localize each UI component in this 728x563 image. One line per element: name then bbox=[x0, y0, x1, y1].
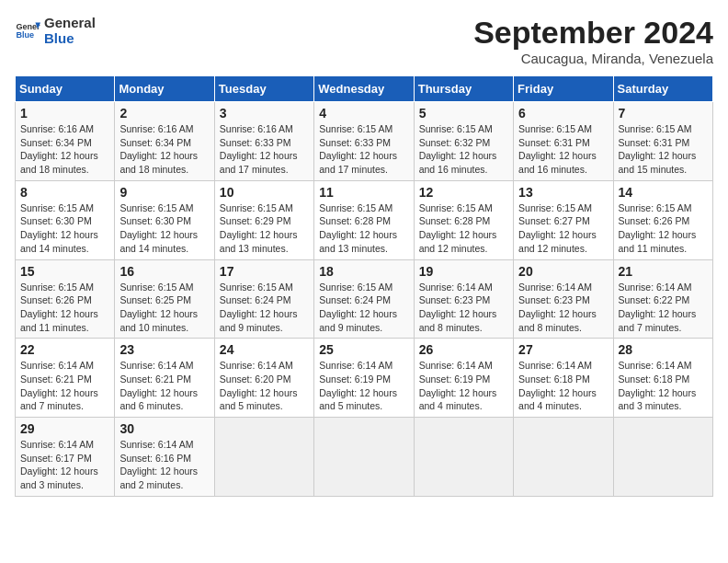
day-info: Sunrise: 6:15 AM Sunset: 6:25 PM Dayligh… bbox=[119, 281, 209, 335]
day-number: 1 bbox=[20, 106, 109, 121]
calendar-week-1: 1Sunrise: 6:16 AM Sunset: 6:34 PM Daylig… bbox=[16, 102, 713, 181]
header-monday: Monday bbox=[115, 76, 214, 102]
calendar-cell: 17Sunrise: 6:15 AM Sunset: 6:24 PM Dayli… bbox=[214, 259, 313, 339]
day-info: Sunrise: 6:14 AM Sunset: 6:19 PM Dayligh… bbox=[419, 359, 508, 413]
day-number: 25 bbox=[319, 342, 408, 357]
calendar-cell: 3Sunrise: 6:16 AM Sunset: 6:33 PM Daylig… bbox=[214, 102, 313, 181]
calendar-cell: 1Sunrise: 6:16 AM Sunset: 6:34 PM Daylig… bbox=[16, 102, 115, 181]
day-number: 23 bbox=[119, 342, 209, 357]
day-info: Sunrise: 6:15 AM Sunset: 6:24 PM Dayligh… bbox=[220, 281, 309, 335]
calendar-cell: 7Sunrise: 6:15 AM Sunset: 6:31 PM Daylig… bbox=[613, 102, 712, 181]
day-info: Sunrise: 6:14 AM Sunset: 6:23 PM Dayligh… bbox=[518, 281, 608, 335]
day-number: 10 bbox=[220, 185, 309, 200]
calendar-cell: 29Sunrise: 6:14 AM Sunset: 6:17 PM Dayli… bbox=[16, 418, 115, 497]
calendar-cell: 16Sunrise: 6:15 AM Sunset: 6:25 PM Dayli… bbox=[115, 259, 214, 339]
day-info: Sunrise: 6:15 AM Sunset: 6:33 PM Dayligh… bbox=[319, 122, 408, 177]
day-info: Sunrise: 6:15 AM Sunset: 6:27 PM Dayligh… bbox=[518, 201, 608, 256]
day-number: 13 bbox=[518, 185, 608, 200]
general-blue-logo-icon: General Blue bbox=[15, 17, 40, 43]
day-number: 9 bbox=[119, 185, 209, 200]
day-info: Sunrise: 6:15 AM Sunset: 6:29 PM Dayligh… bbox=[220, 201, 309, 256]
header-sunday: Sunday bbox=[16, 76, 115, 102]
day-number: 5 bbox=[419, 106, 508, 121]
logo-blue: Blue bbox=[44, 30, 96, 46]
svg-text:Blue: Blue bbox=[16, 30, 34, 40]
day-info: Sunrise: 6:15 AM Sunset: 6:30 PM Dayligh… bbox=[119, 201, 209, 256]
calendar-cell bbox=[514, 418, 613, 497]
header-saturday: Saturday bbox=[613, 76, 712, 102]
logo-general: General bbox=[44, 15, 96, 30]
day-info: Sunrise: 6:15 AM Sunset: 6:31 PM Dayligh… bbox=[518, 122, 608, 177]
calendar-cell: 21Sunrise: 6:14 AM Sunset: 6:22 PM Dayli… bbox=[613, 259, 712, 339]
calendar-cell bbox=[314, 418, 414, 497]
calendar-cell: 24Sunrise: 6:14 AM Sunset: 6:20 PM Dayli… bbox=[214, 339, 313, 418]
day-number: 6 bbox=[518, 106, 608, 121]
calendar-cell bbox=[414, 418, 513, 497]
day-number: 18 bbox=[319, 264, 408, 279]
calendar-cell: 4Sunrise: 6:15 AM Sunset: 6:33 PM Daylig… bbox=[314, 102, 414, 181]
day-number: 3 bbox=[220, 106, 309, 121]
day-number: 15 bbox=[20, 264, 109, 279]
day-info: Sunrise: 6:14 AM Sunset: 6:21 PM Dayligh… bbox=[119, 359, 209, 413]
calendar-cell: 8Sunrise: 6:15 AM Sunset: 6:30 PM Daylig… bbox=[16, 180, 115, 259]
calendar-cell: 10Sunrise: 6:15 AM Sunset: 6:29 PM Dayli… bbox=[214, 180, 313, 259]
calendar-header-row: SundayMondayTuesdayWednesdayThursdayFrid… bbox=[16, 76, 713, 102]
day-number: 12 bbox=[419, 185, 508, 200]
calendar-cell: 5Sunrise: 6:15 AM Sunset: 6:32 PM Daylig… bbox=[414, 102, 513, 181]
calendar-cell: 15Sunrise: 6:15 AM Sunset: 6:26 PM Dayli… bbox=[16, 259, 115, 339]
day-info: Sunrise: 6:14 AM Sunset: 6:18 PM Dayligh… bbox=[619, 359, 708, 413]
day-number: 20 bbox=[518, 264, 608, 279]
calendar-cell: 9Sunrise: 6:15 AM Sunset: 6:30 PM Daylig… bbox=[115, 180, 214, 259]
header: General Blue General Blue September 2024… bbox=[15, 15, 713, 66]
header-tuesday: Tuesday bbox=[214, 76, 313, 102]
calendar-cell: 22Sunrise: 6:14 AM Sunset: 6:21 PM Dayli… bbox=[16, 339, 115, 418]
header-thursday: Thursday bbox=[414, 76, 513, 102]
day-info: Sunrise: 6:14 AM Sunset: 6:23 PM Dayligh… bbox=[419, 281, 508, 335]
day-number: 19 bbox=[419, 264, 508, 279]
day-info: Sunrise: 6:14 AM Sunset: 6:19 PM Dayligh… bbox=[319, 359, 408, 413]
title-area: September 2024 Caucagua, Miranda, Venezu… bbox=[473, 15, 713, 66]
calendar-cell bbox=[214, 418, 313, 497]
day-info: Sunrise: 6:15 AM Sunset: 6:28 PM Dayligh… bbox=[419, 201, 508, 256]
day-info: Sunrise: 6:14 AM Sunset: 6:21 PM Dayligh… bbox=[20, 359, 109, 413]
calendar-cell: 2Sunrise: 6:16 AM Sunset: 6:34 PM Daylig… bbox=[115, 102, 214, 181]
calendar-cell: 20Sunrise: 6:14 AM Sunset: 6:23 PM Dayli… bbox=[514, 259, 613, 339]
calendar-cell: 13Sunrise: 6:15 AM Sunset: 6:27 PM Dayli… bbox=[514, 180, 613, 259]
calendar-cell: 12Sunrise: 6:15 AM Sunset: 6:28 PM Dayli… bbox=[414, 180, 513, 259]
day-number: 17 bbox=[220, 264, 309, 279]
day-info: Sunrise: 6:14 AM Sunset: 6:16 PM Dayligh… bbox=[119, 438, 209, 492]
day-number: 24 bbox=[220, 342, 309, 357]
calendar-cell: 26Sunrise: 6:14 AM Sunset: 6:19 PM Dayli… bbox=[414, 339, 513, 418]
day-info: Sunrise: 6:16 AM Sunset: 6:34 PM Dayligh… bbox=[119, 122, 209, 177]
day-info: Sunrise: 6:15 AM Sunset: 6:32 PM Dayligh… bbox=[419, 122, 508, 177]
day-number: 22 bbox=[20, 342, 109, 357]
day-number: 28 bbox=[619, 342, 708, 357]
calendar-cell: 14Sunrise: 6:15 AM Sunset: 6:26 PM Dayli… bbox=[613, 180, 712, 259]
day-number: 4 bbox=[319, 106, 408, 121]
calendar-title: September 2024 bbox=[473, 15, 713, 51]
day-number: 14 bbox=[619, 185, 708, 200]
day-info: Sunrise: 6:15 AM Sunset: 6:31 PM Dayligh… bbox=[619, 122, 708, 177]
calendar-cell: 25Sunrise: 6:14 AM Sunset: 6:19 PM Dayli… bbox=[314, 339, 414, 418]
calendar-week-3: 15Sunrise: 6:15 AM Sunset: 6:26 PM Dayli… bbox=[16, 259, 713, 339]
day-info: Sunrise: 6:15 AM Sunset: 6:24 PM Dayligh… bbox=[319, 281, 408, 335]
calendar-subtitle: Caucagua, Miranda, Venezuela bbox=[473, 51, 713, 66]
day-info: Sunrise: 6:15 AM Sunset: 6:26 PM Dayligh… bbox=[619, 201, 708, 256]
calendar-cell: 28Sunrise: 6:14 AM Sunset: 6:18 PM Dayli… bbox=[613, 339, 712, 418]
calendar-table: SundayMondayTuesdayWednesdayThursdayFrid… bbox=[15, 75, 713, 497]
day-number: 29 bbox=[20, 421, 109, 436]
day-info: Sunrise: 6:16 AM Sunset: 6:33 PM Dayligh… bbox=[220, 122, 309, 177]
day-number: 2 bbox=[119, 106, 209, 121]
calendar-cell: 18Sunrise: 6:15 AM Sunset: 6:24 PM Dayli… bbox=[314, 259, 414, 339]
day-info: Sunrise: 6:14 AM Sunset: 6:17 PM Dayligh… bbox=[20, 438, 109, 492]
day-info: Sunrise: 6:16 AM Sunset: 6:34 PM Dayligh… bbox=[20, 122, 109, 177]
day-info: Sunrise: 6:14 AM Sunset: 6:20 PM Dayligh… bbox=[220, 359, 309, 413]
calendar-cell: 6Sunrise: 6:15 AM Sunset: 6:31 PM Daylig… bbox=[514, 102, 613, 181]
day-number: 26 bbox=[419, 342, 508, 357]
day-number: 21 bbox=[619, 264, 708, 279]
calendar-cell: 30Sunrise: 6:14 AM Sunset: 6:16 PM Dayli… bbox=[115, 418, 214, 497]
day-number: 27 bbox=[518, 342, 608, 357]
day-number: 16 bbox=[119, 264, 209, 279]
day-info: Sunrise: 6:14 AM Sunset: 6:18 PM Dayligh… bbox=[518, 359, 608, 413]
day-number: 7 bbox=[619, 106, 708, 121]
